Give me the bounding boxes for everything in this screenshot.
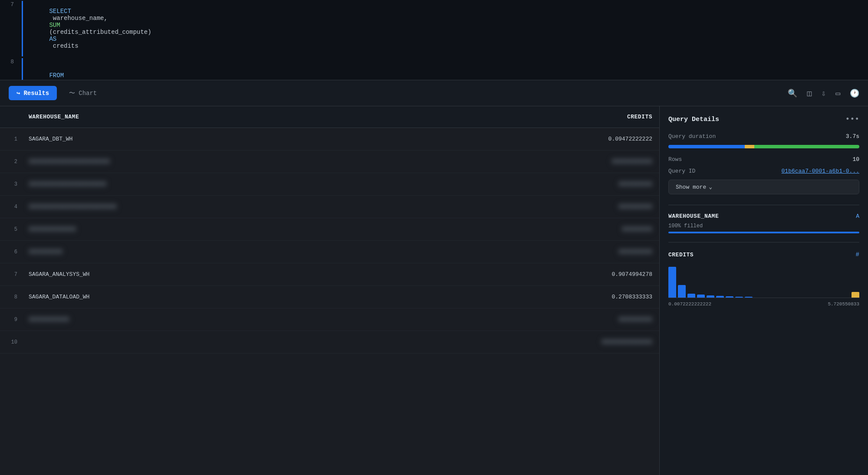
col-warehouse-name-header: WAREHOUSE_NAME: [22, 114, 341, 120]
bar-outlier: [852, 292, 859, 298]
tab-results[interactable]: ↪ Results: [9, 86, 57, 100]
bar-1: [668, 267, 676, 298]
show-more-label: Show more: [676, 184, 706, 190]
download-icon[interactable]: ⇩: [821, 88, 826, 98]
credits-col-label: CREDITS: [668, 252, 694, 258]
bar-2: [678, 285, 686, 298]
chart-trend-icon: 〜: [69, 89, 75, 97]
numeric-type-icon: #: [856, 251, 859, 258]
query-id-row: Query ID 01b6caa7-0001-a6b1-0...: [668, 168, 859, 174]
tabs-bar: ↪ Results 〜 Chart 🔍 ◫ ⇩ ▭ 🕐: [0, 80, 868, 106]
credits-min-label: 0.0072222222222: [668, 301, 711, 307]
columns-icon[interactable]: ◫: [807, 88, 812, 98]
duration-seg-green: [754, 145, 859, 148]
tabs-left: ↪ Results 〜 Chart: [9, 86, 105, 101]
code-line-8: 8 FROM SNOWFLAKE.ACCOUNT_USAGE.QUERY_ATT…: [0, 57, 868, 80]
warehouse-name-stat-header: WAREHOUSE_NAME A: [668, 213, 859, 219]
code-line-7: 7 SELECT warehouse_name, SUM (credits_at…: [0, 0, 868, 57]
credits-chart: [668, 263, 859, 298]
line-border: [22, 1, 23, 56]
duration-label: Query duration: [668, 133, 716, 140]
results-arrow-icon: ↪: [16, 89, 20, 97]
credits-max-label: 5.720550833: [828, 301, 859, 307]
main-content: WAREHOUSE_NAME CREDITS 1 SAGARA_DBT_WH 0…: [0, 106, 868, 475]
more-options-icon[interactable]: •••: [845, 115, 859, 124]
col-credits-header: CREDITS: [341, 114, 660, 120]
query-id-value[interactable]: 01b6caa7-0001-a6b1-0...: [782, 168, 859, 174]
duration-bar: [668, 145, 859, 148]
line-border: [22, 58, 23, 80]
query-details-panel: Query Details ••• Query duration 3.7s Ro…: [660, 106, 868, 475]
table-header: WAREHOUSE_NAME CREDITS: [0, 106, 659, 128]
rows-label: Rows: [668, 156, 682, 163]
duration-row: Query duration 3.7s: [668, 133, 859, 140]
table-row[interactable]: 1 SAGARA_DBT_WH 0.09472222222: [0, 128, 659, 151]
table-row[interactable]: 7 SAGARA_ANALYSYS_WH 0.9074994278: [0, 263, 659, 286]
code-editor: 7 SELECT warehouse_name, SUM (credits_at…: [0, 0, 868, 80]
credits-stat-header: CREDITS #: [668, 251, 859, 258]
tabs-right: 🔍 ◫ ⇩ ▭ 🕐: [788, 88, 859, 98]
text-type-icon: A: [856, 213, 859, 219]
rows-row: Rows 10: [668, 156, 859, 163]
duration-seg-yellow: [745, 145, 754, 148]
duration-value: 3.7s: [846, 133, 859, 140]
divider: [668, 205, 859, 205]
warehouse-name-stat: WAREHOUSE_NAME A 100% filled: [668, 213, 859, 233]
rows-value: 10: [852, 156, 859, 163]
duration-bar-container: [668, 145, 859, 148]
history-icon[interactable]: 🕐: [850, 88, 859, 98]
filled-bar: [668, 232, 859, 233]
results-table: WAREHOUSE_NAME CREDITS 1 SAGARA_DBT_WH 0…: [0, 106, 660, 475]
chart-baseline: [668, 298, 859, 298]
chart-tab-label: Chart: [79, 90, 97, 97]
duration-seg-blue: [668, 145, 745, 148]
query-details-title: Query Details: [668, 116, 719, 123]
filled-percentage: 100% filled: [668, 223, 859, 229]
table-row[interactable]: 2 XXXXXXXXXXXXXXXXXXXXXXXX XXXXXXXXXXXX: [0, 151, 659, 173]
table-row[interactable]: 4 XXXXXXXXXXXXXXXXXXXXXXXXXX XXXXXXXXXX: [0, 196, 659, 218]
credits-x-axis: 0.0072222222222 5.720550833: [668, 301, 859, 307]
divider-2: [668, 242, 859, 242]
table-row[interactable]: 6 XXXXXXXXXX XXXXXXXXXX: [0, 241, 659, 263]
table-row[interactable]: 9 XXXXXXXXXXXX XXXXXXXXXX: [0, 308, 659, 331]
query-details-header: Query Details •••: [668, 115, 859, 124]
layout-icon[interactable]: ▭: [835, 88, 840, 98]
chevron-down-icon: ⌄: [709, 183, 712, 190]
table-row[interactable]: 5 XXXXXXXXXXXXXX XXXXXXXXX: [0, 218, 659, 241]
table-row[interactable]: 10 XXXXXXXXXXXXXXX: [0, 331, 659, 354]
show-more-button[interactable]: Show more ⌄: [668, 180, 859, 194]
tab-chart[interactable]: 〜 Chart: [61, 86, 105, 101]
credits-stat: CREDITS # 0.0072222222222 5.720550833: [668, 251, 859, 307]
search-icon[interactable]: 🔍: [788, 88, 797, 98]
warehouse-name-col-label: WAREHOUSE_NAME: [668, 213, 719, 219]
table-row[interactable]: 8 SAGARA_DATALOAD_WH 0.2708333333: [0, 286, 659, 308]
table-row[interactable]: 3 XXXXXXXXXXXXXXXXXXXXXXX XXXXXXXXXX: [0, 173, 659, 196]
results-tab-label: Results: [23, 90, 49, 97]
query-id-label: Query ID: [668, 168, 695, 174]
